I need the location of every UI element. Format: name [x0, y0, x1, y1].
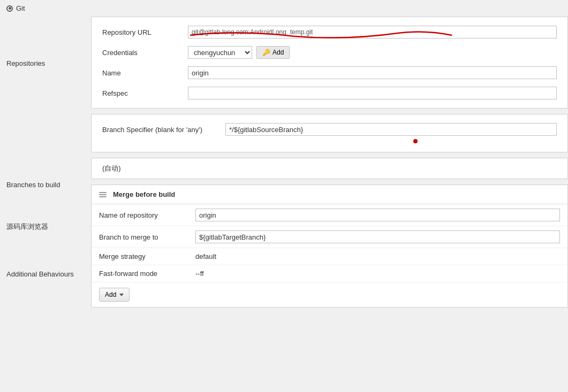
refspec-row: Refspec: [102, 87, 557, 99]
merge-strategy-label: Merge strategy: [99, 252, 195, 260]
branch-merge-input[interactable]: [195, 230, 560, 243]
additional-behaviours-label: Additional Behaviours: [0, 238, 91, 285]
key-icon: 🔑: [262, 49, 270, 56]
git-header: Git: [0, 0, 568, 17]
credentials-row: Credentials chengyuchun 🔑 Add: [102, 46, 557, 59]
refspec-label: Refspec: [102, 89, 188, 97]
name-row: Name: [102, 66, 557, 79]
merge-repo-name-row: Name of repository: [92, 204, 567, 226]
branch-specifier-input[interactable]: [225, 123, 557, 136]
source-browser-label: 源码库浏览器: [0, 195, 91, 238]
refspec-input[interactable]: [188, 87, 557, 99]
main-content: Repositories Branches to build 源码库浏览器 Ad…: [0, 17, 568, 392]
fast-forward-label: Fast-forward mode: [99, 270, 195, 278]
fast-forward-value: --ff: [195, 270, 560, 278]
branches-section: Branch Specifier (blank for 'any'): [91, 114, 568, 152]
fast-forward-row: Fast-forward mode --ff: [92, 265, 567, 282]
repositories-label: Repositories: [0, 27, 91, 74]
page-wrapper: Git Repositories Branches to build 源码库浏览…: [0, 0, 568, 392]
branch-merge-row: Branch to merge to: [92, 226, 567, 248]
url-label: Repository URL: [102, 28, 188, 36]
branch-merge-label: Branch to merge to: [99, 233, 195, 241]
name-label: Name: [102, 69, 188, 77]
credentials-select[interactable]: chengyuchun: [188, 46, 252, 59]
drag-handle-line3: [99, 196, 107, 197]
drag-handle[interactable]: [99, 192, 107, 197]
drag-handle-line2: [99, 194, 107, 195]
merge-repo-name-input[interactable]: [195, 209, 560, 221]
merge-repo-name-label: Name of repository: [99, 211, 195, 219]
drag-handle-line1: [99, 192, 107, 193]
source-browser-value: (自动): [102, 164, 121, 173]
merge-build-title: Merge before build: [113, 190, 175, 198]
credentials-controls: chengyuchun 🔑 Add: [188, 46, 290, 59]
branch-specifier-label: Branch Specifier (blank for 'any'): [102, 126, 225, 134]
branch-specifier-row: Branch Specifier (blank for 'any'): [102, 123, 557, 136]
add-behaviour-button[interactable]: Add: [99, 288, 130, 302]
dropdown-arrow-icon: [119, 294, 124, 296]
url-input-wrapper: [188, 26, 557, 39]
name-input[interactable]: [188, 66, 557, 79]
source-browser-section: (自动): [91, 158, 568, 179]
behaviours-section: Merge before build Name of repository Br…: [91, 185, 568, 308]
branches-label: Branches to build: [0, 74, 91, 195]
add-credentials-button[interactable]: 🔑 Add: [256, 46, 290, 59]
merge-strategy-row: Merge strategy default: [92, 248, 567, 265]
repo-url-input[interactable]: [188, 26, 557, 39]
add-button-label: Add: [105, 291, 116, 298]
right-panel: Repository URL Credentials chengyuchun: [91, 17, 568, 392]
git-label: Git: [16, 4, 25, 12]
repo-url-row: Repository URL: [102, 26, 557, 39]
git-radio[interactable]: [6, 5, 13, 12]
red-dot-indicator: [413, 139, 418, 143]
credentials-label: Credentials: [102, 49, 188, 57]
repositories-section: Repository URL Credentials chengyuchun: [91, 17, 568, 109]
merge-build-header: Merge before build: [92, 185, 567, 204]
left-labels: Repositories Branches to build 源码库浏览器 Ad…: [0, 17, 91, 392]
merge-strategy-value: default: [195, 252, 560, 260]
